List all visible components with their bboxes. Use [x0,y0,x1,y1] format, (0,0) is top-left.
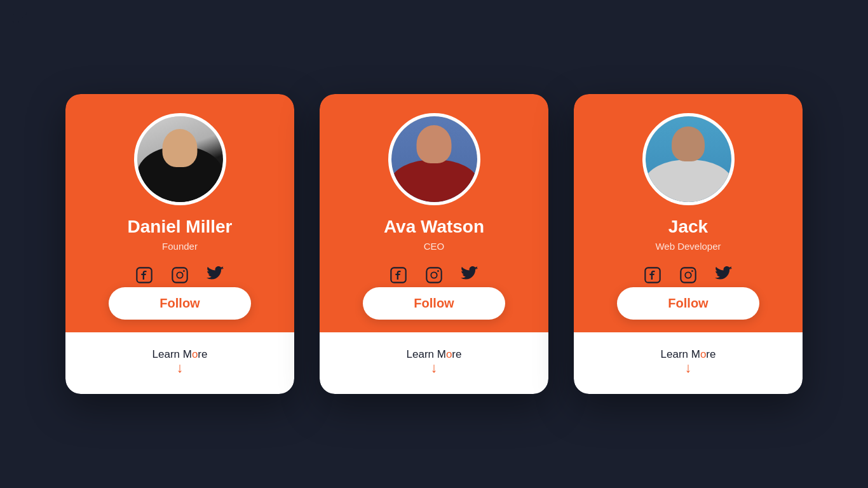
instagram-icon-daniel[interactable] [168,263,192,287]
learn-more-daniel: Learn More [153,348,208,361]
down-arrow-ava[interactable]: ↓ [431,361,438,375]
person-name-daniel: Daniel Miller [128,217,233,237]
twitter-icon-jack[interactable] [712,263,736,287]
card-bottom-jack: Learn More ↓ [574,332,803,394]
avatar-image-daniel [137,116,223,202]
person-name-jack: Jack [668,217,708,237]
profile-card-daniel: Daniel Miller Founder [65,94,294,394]
svg-point-7 [437,270,439,272]
svg-rect-1 [172,268,187,282]
svg-point-6 [431,272,437,278]
button-overlap-ava: Follow [332,287,536,332]
person-title-jack: Web Developer [655,241,721,252]
learn-more-jack: Learn More [661,348,716,361]
social-icons-daniel [132,263,227,287]
svg-point-11 [691,270,693,272]
card-bottom-daniel: Learn More ↓ [65,332,294,394]
facebook-icon-jack[interactable] [641,263,665,287]
avatar-image-ava [391,116,477,202]
person-name-ava: Ava Watson [384,217,484,237]
avatar-jack [642,113,735,205]
svg-point-2 [177,272,182,278]
instagram-icon-jack[interactable] [676,263,700,287]
avatar-image-jack [646,116,731,202]
svg-rect-9 [681,268,695,282]
svg-rect-5 [426,268,441,282]
button-overlap-daniel: Follow [78,287,281,332]
button-overlap-jack: Follow [587,287,790,332]
down-arrow-daniel[interactable]: ↓ [177,361,184,375]
person-title-daniel: Founder [162,241,198,252]
cards-container: Daniel Miller Founder [65,94,803,394]
twitter-icon-daniel[interactable] [203,263,227,287]
card-top-daniel: Daniel Miller Founder [65,94,294,332]
follow-button-daniel[interactable]: Follow [109,287,250,320]
down-arrow-jack[interactable]: ↓ [685,361,692,375]
person-title-ava: CEO [424,241,445,252]
social-icons-jack [641,263,736,287]
follow-button-jack[interactable]: Follow [617,287,759,320]
social-icons-ava [386,263,482,287]
card-top-ava: Ava Watson CEO [320,94,548,332]
card-bottom-ava: Learn More ↓ [320,332,548,394]
instagram-icon-ava[interactable] [422,263,446,287]
svg-point-10 [685,272,691,278]
avatar-daniel [134,113,226,205]
profile-card-ava: Ava Watson CEO [320,94,548,394]
learn-more-ava: Learn More [407,348,462,361]
follow-button-ava[interactable]: Follow [363,287,505,320]
facebook-icon-ava[interactable] [386,263,410,287]
avatar-ava [388,113,480,205]
profile-card-jack: Jack Web Developer [574,94,803,394]
card-top-jack: Jack Web Developer [574,94,803,332]
twitter-icon-ava[interactable] [458,263,482,287]
facebook-icon-daniel[interactable] [132,263,156,287]
svg-point-3 [183,270,185,272]
